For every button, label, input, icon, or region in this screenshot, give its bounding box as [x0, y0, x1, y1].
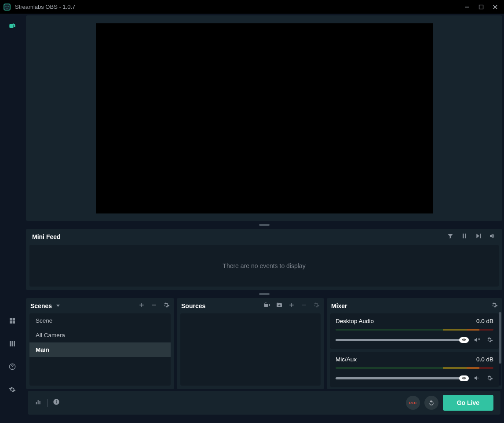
mixer-channel-db: 0.0 dB	[476, 356, 493, 363]
dashboard-icon[interactable]	[5, 314, 19, 328]
vu-meter	[336, 367, 493, 369]
scene-settings-icon[interactable]	[163, 302, 170, 310]
volume-slider[interactable]	[336, 377, 469, 379]
sources-title: Sources	[181, 302, 205, 309]
editor-tab-icon[interactable]	[5, 19, 19, 33]
remove-source-icon[interactable]	[300, 302, 307, 310]
svg-rect-18	[152, 305, 156, 305]
mute-icon[interactable]	[473, 374, 481, 382]
settings-icon[interactable]	[5, 383, 19, 397]
svg-point-15	[12, 368, 12, 368]
preview-panel[interactable]	[26, 15, 502, 221]
svg-rect-11	[10, 341, 11, 346]
mixer-channel-db: 0.0 dB	[476, 318, 493, 324]
mini-feed-empty: There are no events to display	[223, 262, 305, 269]
source-settings-icon[interactable]	[313, 302, 320, 310]
scenes-title: Scenes	[30, 302, 52, 309]
mini-feed-panel: Mini Feed There are no events to display	[26, 229, 502, 290]
layout-editor-icon[interactable]	[5, 337, 19, 351]
mixer-channel-name: Mic/Aux	[336, 356, 357, 363]
svg-rect-3	[465, 7, 469, 7]
svg-rect-13	[14, 341, 15, 346]
add-scene-icon[interactable]	[138, 302, 145, 310]
add-source-icon[interactable]	[288, 302, 295, 310]
add-folder-icon[interactable]	[276, 302, 283, 310]
channel-settings-icon[interactable]	[486, 374, 493, 382]
mixer-settings-icon[interactable]	[491, 302, 498, 310]
maximize-button[interactable]	[476, 2, 486, 12]
channel-settings-icon[interactable]	[486, 336, 493, 344]
mini-feed-title: Mini Feed	[32, 233, 61, 240]
scenes-dropdown-icon[interactable]	[56, 305, 60, 307]
svg-rect-7	[10, 318, 12, 320]
svg-point-25	[56, 400, 57, 401]
record-button[interactable]: REC	[406, 396, 420, 410]
svg-rect-17	[465, 234, 466, 239]
go-live-button[interactable]: Go Live	[443, 395, 493, 411]
scene-item[interactable]: Main	[29, 342, 171, 357]
svg-rect-16	[463, 234, 464, 239]
vu-meter	[336, 329, 493, 331]
mixer-channel: Mic/Aux0.0 dB	[330, 352, 499, 387]
svg-point-5	[12, 23, 14, 25]
mixer-list: Desktop Audio0.0 dBMic/Aux0.0 dB	[327, 313, 502, 389]
close-button[interactable]	[490, 2, 500, 12]
scene-item[interactable]: Scene	[29, 313, 171, 328]
scene-item[interactable]: All Camera	[29, 328, 171, 342]
svg-point-6	[14, 24, 15, 25]
minimize-button[interactable]	[462, 2, 472, 12]
titlebar: Streamlabs OBS - 1.0.7	[0, 0, 504, 14]
svg-rect-12	[11, 341, 13, 346]
svg-rect-8	[12, 318, 15, 320]
footer-divider	[47, 399, 47, 407]
volume-slider[interactable]	[336, 339, 469, 341]
mixer-channel: Desktop Audio0.0 dB	[330, 313, 499, 349]
mixer-scrollbar[interactable]	[499, 312, 501, 386]
svg-rect-19	[302, 305, 306, 305]
svg-rect-20	[36, 402, 37, 404]
filter-icon[interactable]	[447, 232, 454, 241]
skip-icon[interactable]	[475, 232, 482, 241]
svg-rect-21	[38, 400, 39, 404]
mini-feed-body: There are no events to display	[29, 245, 499, 287]
preview-canvas[interactable]	[96, 23, 433, 213]
divider-handle-2[interactable]	[26, 292, 502, 296]
window-title: Streamlabs OBS - 1.0.7	[15, 4, 75, 10]
mixer-panel: Mixer Desktop Audio0.0 dBMic/Aux0.0 dB	[327, 298, 502, 389]
replay-buffer-button[interactable]	[424, 396, 438, 410]
svg-rect-22	[40, 401, 40, 404]
sources-list	[180, 313, 321, 386]
pause-icon[interactable]	[461, 232, 468, 241]
svg-rect-0	[4, 4, 10, 10]
svg-rect-4	[479, 5, 483, 9]
mixer-title: Mixer	[331, 302, 347, 309]
scenes-list: SceneAll CameraMain	[29, 313, 171, 386]
left-rail	[0, 14, 24, 423]
help-icon[interactable]	[5, 360, 19, 374]
svg-rect-24	[56, 401, 56, 404]
svg-point-1	[6, 6, 7, 7]
mute-icon[interactable]	[473, 336, 481, 344]
footer-bar: REC Go Live	[28, 391, 500, 415]
scenes-panel: Scenes SceneAll CameraMain	[26, 298, 174, 389]
stats-icon[interactable]	[35, 398, 42, 407]
svg-rect-10	[12, 321, 15, 324]
divider-handle[interactable]	[26, 223, 502, 227]
svg-rect-9	[10, 321, 12, 324]
mixer-channel-name: Desktop Audio	[336, 318, 374, 324]
add-camera-source-icon[interactable]	[263, 302, 270, 310]
svg-point-2	[8, 6, 9, 7]
info-icon[interactable]	[53, 398, 60, 407]
remove-scene-icon[interactable]	[150, 302, 157, 310]
mute-alerts-icon[interactable]	[489, 232, 496, 241]
sources-panel: Sources	[177, 298, 324, 389]
app-logo-icon	[4, 4, 11, 11]
